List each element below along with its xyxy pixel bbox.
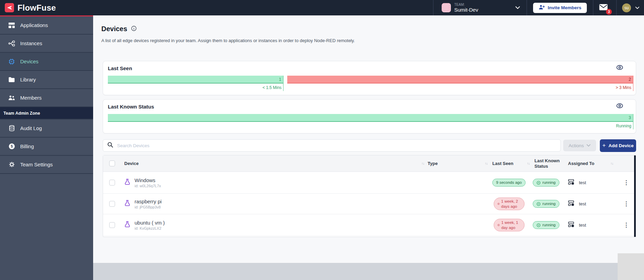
- devices-table: Device ↑↓ Type ↑↓ Last Seen ↑↓ Last Know…: [103, 155, 636, 237]
- table-scrollbar[interactable]: [634, 155, 636, 237]
- sidebar-item-applications[interactable]: Applications: [0, 16, 93, 35]
- segment-value: 1: [279, 77, 281, 82]
- application-icon: [568, 221, 574, 229]
- column-header-type: Type: [428, 161, 438, 166]
- flask-icon: [124, 179, 130, 187]
- sidebar-item-billing[interactable]: $ Billing: [0, 138, 93, 156]
- sort-icon[interactable]: ↑↓: [485, 162, 488, 165]
- table-row[interactable]: raspberry pi id: jPG5Bpp3v8 1 week, 2 da…: [103, 194, 636, 214]
- running-dot-icon: [536, 202, 541, 206]
- status-bar-chart: 3 Running: [108, 114, 633, 122]
- sort-icon[interactable]: ↑↓: [610, 162, 613, 165]
- actions-dropdown[interactable]: Actions: [563, 140, 596, 151]
- assigned-to-value[interactable]: test: [579, 180, 586, 185]
- svg-text:$: $: [11, 144, 13, 148]
- device-name[interactable]: raspberry pi: [135, 199, 162, 204]
- sidebar-item-members[interactable]: Members: [0, 89, 93, 107]
- status-segment-running[interactable]: 3 Running: [108, 114, 633, 122]
- last-seen-badge: 1 week, 2 days ago: [494, 198, 525, 211]
- last-seen-bar-chart: 1 < 1.5 Mins 2 > 3 Mins: [108, 76, 633, 84]
- team-selector[interactable]: TEAM: Sumit-Dev: [433, 0, 527, 15]
- last-seen-badge: 1 week, 1 day ago: [494, 219, 525, 232]
- running-dot-icon: [536, 223, 541, 227]
- brand-name: FlowFuse: [17, 3, 56, 13]
- sidebar-item-audit-log[interactable]: Audit Log: [0, 119, 93, 138]
- segment-caption: < 1.5 Mins: [263, 85, 282, 90]
- sidebar-item-label: Library: [20, 77, 36, 82]
- eye-icon[interactable]: [616, 65, 623, 71]
- last-seen-card: Last Seen 1 < 1.5 Mins 2 > 3 Mins: [103, 61, 636, 95]
- applications-icon: [8, 22, 15, 29]
- team-avatar: [442, 3, 451, 12]
- segment-value: 2: [629, 77, 631, 82]
- bottom-corner-block: [618, 253, 644, 280]
- gear-icon: [8, 161, 15, 168]
- device-name[interactable]: ubuntu ( vm ): [135, 220, 165, 226]
- segment-caption: > 3 Mins: [616, 85, 631, 90]
- status-badge: running: [533, 221, 559, 229]
- invite-members-button[interactable]: Invite Members: [533, 3, 587, 13]
- kebab-menu-icon[interactable]: ⋮: [623, 222, 629, 228]
- status-badge: running: [533, 200, 559, 208]
- bottom-gray-band: [93, 263, 644, 280]
- person-plus-icon: [539, 4, 545, 11]
- last-seen-badge: 9 seconds ago: [492, 179, 526, 187]
- status-badge: running: [533, 179, 559, 187]
- actions-label: Actions: [569, 143, 584, 148]
- sidebar-item-library[interactable]: Library: [0, 71, 93, 89]
- assigned-to-value[interactable]: test: [579, 201, 586, 206]
- column-header-last-known-status: Last Known Status: [534, 158, 560, 169]
- last-seen-segment-stale[interactable]: 2 > 3 Mins: [287, 76, 633, 84]
- eye-icon[interactable]: [616, 103, 623, 110]
- user-menu[interactable]: su: [617, 3, 644, 12]
- sidebar-item-instances[interactable]: Instances: [0, 35, 93, 53]
- dollar-circle-icon: $: [8, 143, 15, 150]
- table-header-row: Device ↑↓ Type ↑↓ Last Seen ↑↓ Last Know…: [103, 155, 636, 172]
- device-id: id: KvGpkzzLX2: [135, 226, 165, 230]
- invite-members-label: Invite Members: [548, 5, 581, 10]
- last-known-status-title: Last Known Status: [108, 104, 154, 110]
- search-input[interactable]: [117, 143, 556, 148]
- assigned-to-value[interactable]: test: [579, 222, 586, 228]
- user-avatar: su: [622, 3, 631, 12]
- sidebar-item-label: Devices: [20, 59, 38, 64]
- search-devices-box: [103, 139, 561, 152]
- row-checkbox[interactable]: [109, 180, 115, 186]
- flask-icon: [124, 200, 130, 208]
- brand-logo[interactable]: FlowFuse: [0, 3, 56, 13]
- sidebar-accent-line: [0, 15, 93, 16]
- sort-icon[interactable]: ↑↓: [527, 162, 530, 166]
- notification-badge: 3: [606, 9, 612, 15]
- devices-chip-icon: [8, 58, 15, 65]
- chevron-down-icon: [586, 144, 591, 147]
- divider: [527, 0, 527, 15]
- application-icon: [568, 200, 574, 207]
- sidebar-item-devices[interactable]: Devices: [0, 53, 93, 71]
- sort-icon[interactable]: ↑↓: [421, 162, 424, 165]
- kebab-menu-icon[interactable]: ⋮: [623, 201, 629, 207]
- kebab-menu-icon[interactable]: ⋮: [623, 180, 629, 186]
- chevron-down-icon: [514, 4, 521, 11]
- team-name: Sumit-Dev: [454, 7, 511, 13]
- sidebar-item-label: Members: [20, 95, 42, 101]
- last-seen-title: Last Seen: [108, 65, 132, 71]
- info-icon[interactable]: [131, 26, 137, 33]
- select-all-checkbox[interactable]: [109, 161, 115, 166]
- folder-icon: [8, 76, 15, 83]
- segment-value: 3: [629, 115, 631, 120]
- sidebar-item-team-settings[interactable]: Team Settings: [0, 156, 93, 174]
- add-device-button[interactable]: + Add Device: [600, 139, 636, 152]
- row-checkbox[interactable]: [109, 201, 115, 207]
- database-icon: [8, 125, 15, 132]
- main-content: Devices A list of all edge devices regis…: [93, 15, 644, 280]
- sidebar-item-label: Audit Log: [20, 125, 42, 131]
- device-name[interactable]: Windows: [135, 177, 161, 183]
- row-checkbox[interactable]: [109, 222, 115, 228]
- notifications-button[interactable]: 3: [593, 4, 616, 12]
- table-row[interactable]: ubuntu ( vm ) id: KvGpkzzLX2 1 week, 1 d…: [103, 214, 636, 236]
- clock-dot-icon: [497, 223, 500, 227]
- table-row[interactable]: Windows id: w0L26q7L7x 9 seconds ago run…: [103, 172, 636, 194]
- last-seen-segment-ok[interactable]: 1 < 1.5 Mins: [108, 76, 283, 84]
- plus-icon: +: [602, 142, 606, 149]
- sidebar-item-label: Applications: [20, 22, 48, 28]
